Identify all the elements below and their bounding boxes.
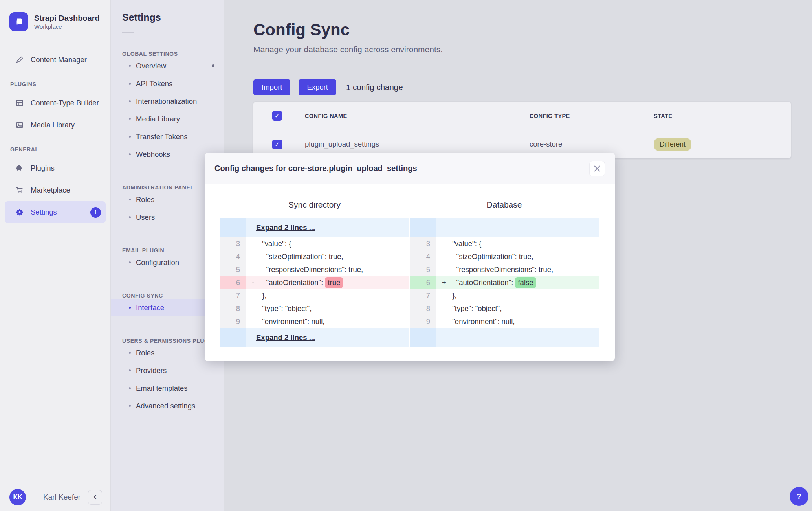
- user-footer: KK Karl Keefer ‹: [0, 483, 110, 511]
- cell-config-type: core-store: [530, 140, 654, 149]
- line-number: 9: [410, 315, 436, 328]
- code-text: "type": "object",: [448, 304, 502, 313]
- code-line: "type": "object",: [246, 302, 409, 315]
- import-button[interactable]: Import: [253, 79, 290, 95]
- diff-line: 9 "environment": null,: [410, 315, 599, 328]
- subnav-item-label: Users: [136, 213, 155, 222]
- subnav-item-providers[interactable]: Providers: [111, 362, 224, 379]
- help-button[interactable]: ?: [790, 487, 808, 506]
- bullet-icon: [129, 261, 131, 263]
- code-text: "autoOrientation":: [258, 278, 325, 287]
- subnav-item-label: Interface: [136, 303, 164, 312]
- diff-marker: -: [246, 278, 258, 287]
- line-number: 6: [220, 276, 246, 289]
- code-text: },: [258, 291, 267, 300]
- diff-gutter: [220, 328, 246, 347]
- cell-config-name[interactable]: plugin_upload_settings: [305, 140, 530, 149]
- line-number: 7: [220, 289, 246, 302]
- subnav-item-label: Transfer Tokens: [136, 132, 188, 141]
- code-line: "value": {: [436, 237, 599, 250]
- cell-state: Different: [654, 138, 791, 151]
- toolbar: Import Export 1 config change: [253, 79, 812, 95]
- bullet-icon: [129, 199, 131, 200]
- subnav-item-internationalization[interactable]: Internationalization: [111, 92, 224, 110]
- sidebar-item-content-manager[interactable]: Content Manager: [5, 49, 106, 71]
- bullet-icon: [129, 65, 131, 67]
- code-text: "responsiveDimensions": true,: [448, 265, 553, 274]
- diff-line: 6+ "autoOrientation": false: [410, 276, 599, 289]
- database-title: Database: [409, 200, 599, 210]
- diff-pane-titles: Sync directory Database: [220, 200, 600, 210]
- subnav-item-advanced-settings[interactable]: Advanced settings: [111, 397, 224, 415]
- code-text: },: [448, 291, 457, 300]
- code-line: "responsiveDimensions": true,: [246, 263, 409, 276]
- diff-line: 7 },: [410, 289, 599, 302]
- diff-expand-cell: [436, 328, 599, 347]
- code-text: "environment": null,: [448, 317, 515, 326]
- diff-gutter: [410, 218, 436, 237]
- bullet-icon: [129, 369, 131, 371]
- sidebar-item-label: Content Manager: [31, 55, 87, 64]
- select-all-checkbox[interactable]: ✓: [272, 111, 282, 121]
- code-line: "responsiveDimensions": true,: [436, 263, 599, 276]
- diff-marker: +: [436, 278, 448, 287]
- code-line: "environment": null,: [246, 315, 409, 328]
- sidebar-item-settings[interactable]: Settings1: [5, 201, 106, 223]
- diff-line: 9 "environment": null,: [220, 315, 409, 328]
- sync-directory-pane: Expand 2 lines ...3 "value": {4 "sizeOpt…: [220, 218, 409, 347]
- subnav-item-label: Providers: [136, 366, 167, 375]
- diff-view: Expand 2 lines ...3 "value": {4 "sizeOpt…: [220, 218, 600, 347]
- code-text: "environment": null,: [258, 317, 324, 326]
- subnav-title: Settings: [111, 0, 224, 23]
- notification-dot-icon: [212, 64, 214, 67]
- expand-lines-link[interactable]: Expand 2 lines ...: [246, 223, 315, 232]
- subnav-item-email-templates[interactable]: Email templates: [111, 379, 224, 397]
- table-header-row: ✓ CONFIG NAME CONFIG TYPE STATE: [253, 102, 791, 130]
- sidebar-item-marketplace[interactable]: Marketplace: [5, 179, 106, 201]
- collapse-sidebar-button[interactable]: ‹: [88, 490, 102, 505]
- subnav-item-label: Roles: [136, 195, 154, 204]
- code-text: "autoOrientation":: [448, 278, 515, 287]
- user-name: Karl Keefer: [43, 493, 81, 502]
- expand-lines-link[interactable]: Expand 2 lines ...: [246, 333, 315, 342]
- row-checkbox[interactable]: ✓: [272, 140, 282, 149]
- subnav-item-api-tokens[interactable]: API Tokens: [111, 75, 224, 92]
- settings-gear-icon: [15, 208, 24, 217]
- avatar[interactable]: KK: [9, 489, 26, 505]
- bullet-icon: [129, 100, 131, 102]
- sidebar-item-content-type-builder[interactable]: Content-Type Builder: [5, 92, 106, 114]
- close-icon[interactable]: [589, 161, 605, 176]
- bullet-icon: [129, 352, 131, 354]
- subnav-item-label: Media Library: [136, 115, 180, 123]
- diff-expand-row: Expand 2 lines ...: [220, 328, 409, 347]
- status-badge: Different: [654, 138, 691, 151]
- diff-expand-cell: Expand 2 lines ...: [246, 218, 409, 237]
- subnav-item-transfer-tokens[interactable]: Transfer Tokens: [111, 128, 224, 145]
- diff-line: 8 "type": "object",: [220, 302, 409, 315]
- code-line: "value": {: [246, 237, 409, 250]
- content-manager-icon: [15, 55, 24, 64]
- export-button[interactable]: Export: [299, 79, 336, 95]
- changed-word: true: [325, 277, 343, 288]
- sidebar-item-media-library[interactable]: Media Library: [5, 114, 106, 136]
- page-subtitle: Manage your database config across envir…: [253, 45, 812, 54]
- subnav-item-label: Webhooks: [136, 150, 170, 159]
- bullet-icon: [129, 307, 131, 309]
- code-line: - "autoOrientation": true: [246, 276, 409, 289]
- diff-expand-row: [410, 218, 599, 237]
- strapi-logo-icon: [9, 12, 28, 31]
- subnav-item-label: Email templates: [136, 384, 188, 393]
- code-text: "value": {: [258, 239, 291, 248]
- notification-badge: 1: [90, 207, 101, 218]
- subnav-item-overview[interactable]: Overview: [111, 57, 224, 75]
- subnav-item-media-library[interactable]: Media Library: [111, 110, 224, 128]
- sidebar-item-label: Media Library: [31, 121, 75, 129]
- line-number: 8: [220, 302, 246, 315]
- diff-gutter: [220, 218, 246, 237]
- diff-line: 6- "autoOrientation": true: [220, 276, 409, 289]
- diff-line: 4 "sizeOptimization": true,: [410, 250, 599, 263]
- bullet-icon: [129, 153, 131, 155]
- diff-expand-cell: [436, 218, 599, 237]
- subnav-item-label: Advanced settings: [136, 402, 195, 410]
- sidebar-item-plugins[interactable]: Plugins: [5, 157, 106, 179]
